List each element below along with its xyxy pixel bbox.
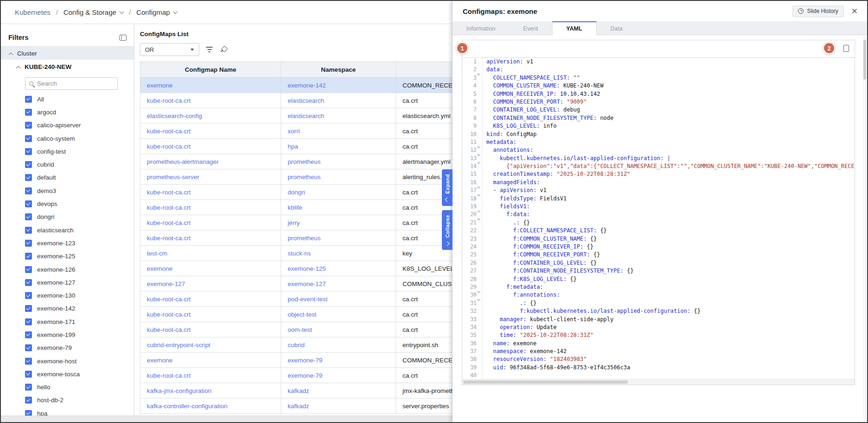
- namespace-link[interactable]: oom-test: [288, 326, 312, 333]
- table-row[interactable]: prometheus-alertmanagerprometheusalertma…: [140, 154, 464, 169]
- checkbox-checked-icon[interactable]: [25, 96, 32, 103]
- namespace-checkbox-item[interactable]: exemone-79: [25, 342, 134, 355]
- configmap-name-link[interactable]: kube-root-ca.crt: [147, 235, 191, 242]
- configmap-name-link[interactable]: kafka-jmx-configuration: [147, 387, 212, 394]
- namespace-checkbox-item[interactable]: cubrid: [25, 158, 134, 171]
- namespace-checkbox-item[interactable]: config-test: [25, 145, 134, 158]
- configmap-name-link[interactable]: kube-root-ca.crt: [147, 143, 191, 150]
- namespace-checkbox-item[interactable]: exemone-123: [25, 236, 134, 249]
- configmap-name-link[interactable]: kube-root-ca.crt: [147, 311, 191, 318]
- scrollbar-thumb[interactable]: [463, 380, 628, 384]
- namespace-link[interactable]: pod-event-test: [288, 296, 327, 303]
- checkbox-checked-icon[interactable]: [25, 187, 32, 194]
- configmap-name-link[interactable]: kube-root-ca.crt: [147, 372, 191, 379]
- namespace-checkbox-item[interactable]: exemone-126: [25, 263, 134, 276]
- checkbox-checked-icon[interactable]: [25, 331, 32, 338]
- checkbox-checked-icon[interactable]: [25, 161, 32, 168]
- namespace-link[interactable]: hpa: [288, 143, 298, 150]
- checkbox-checked-icon[interactable]: [25, 266, 32, 273]
- namespace-checkbox-item[interactable]: host-db-2: [25, 394, 134, 407]
- namespace-checkbox-item[interactable]: exemone-125: [25, 250, 134, 263]
- namespace-link[interactable]: exemone-79: [288, 357, 322, 364]
- copy-icon[interactable]: [843, 45, 849, 52]
- table-row[interactable]: kube-root-ca.crtdongrica.crt: [140, 185, 464, 200]
- configmap-name-link[interactable]: kube-root-ca.crt: [147, 204, 191, 211]
- table-row[interactable]: cubrid-entrypoint-scriptcubridentrypoint…: [140, 337, 464, 353]
- namespace-link[interactable]: jerry: [288, 219, 300, 226]
- namespace-checkbox-item[interactable]: exemone-tosca: [25, 367, 134, 380]
- namespace-link[interactable]: kblife: [288, 204, 302, 211]
- namespace-checkbox-item[interactable]: exemone-142: [25, 302, 134, 315]
- namespace-checkbox-item[interactable]: exemone-127: [25, 276, 134, 289]
- checkbox-checked-icon[interactable]: [25, 371, 32, 378]
- breadcrumb-configmap[interactable]: Configmap: [136, 8, 177, 16]
- table-row[interactable]: exemoneexemone-79COMMON_RECEIVE: [140, 353, 464, 368]
- yaml-horizontal-scrollbar[interactable]: [462, 379, 855, 385]
- configmap-name-link[interactable]: kube-root-ca.crt: [147, 97, 191, 104]
- checkbox-checked-icon[interactable]: [25, 279, 32, 286]
- configmap-name-link[interactable]: elasticsearch-config: [147, 112, 202, 119]
- checkbox-checked-icon[interactable]: [25, 135, 32, 142]
- configmap-name-link[interactable]: exemone: [147, 82, 173, 89]
- namespace-link[interactable]: exemone-79: [288, 372, 322, 379]
- tab-yaml[interactable]: YAML: [552, 21, 597, 35]
- configmap-name-link[interactable]: kube-root-ca.crt: [147, 219, 191, 226]
- horizontal-scrollbar[interactable]: [1, 416, 452, 422]
- table-row[interactable]: kube-root-ca.crtprometheusca.crt: [140, 230, 464, 246]
- configmap-name-link[interactable]: exemone-127: [147, 280, 185, 287]
- namespace-link[interactable]: object-test: [288, 311, 316, 318]
- tab-data[interactable]: Data: [597, 21, 636, 35]
- pin-icon[interactable]: [218, 44, 229, 55]
- expand-button[interactable]: Expand: [442, 169, 453, 206]
- namespace-checkbox-item[interactable]: elasticsearch: [25, 224, 134, 236]
- table-row[interactable]: kafka-controller-configurationkafkadzser…: [140, 398, 464, 414]
- scrollbar-thumb[interactable]: [863, 40, 866, 80]
- table-row[interactable]: exemone-127exemone-127COMMON_CLUSTER: [140, 276, 464, 292]
- namespace-link[interactable]: kafkadz: [288, 403, 309, 410]
- configmap-name-link[interactable]: prometheus-alertmanager: [147, 158, 219, 165]
- table-row[interactable]: elasticsearch-configelasticsearchelastic…: [140, 108, 464, 124]
- checkbox-checked-icon[interactable]: [25, 109, 32, 116]
- configmap-name-link[interactable]: kafka-controller-configuration: [147, 403, 227, 410]
- namespace-checkbox-item[interactable]: argocd: [25, 106, 134, 118]
- checkbox-checked-icon[interactable]: [25, 148, 32, 155]
- namespace-checkbox-item[interactable]: calico-apiserver: [25, 119, 134, 132]
- checkbox-checked-icon[interactable]: [25, 318, 32, 325]
- namespace-checkbox-item[interactable]: exemone-171: [25, 315, 134, 328]
- table-row[interactable]: kafka-jmx-configurationkafkadzjmx-kafka-…: [140, 383, 464, 398]
- checkbox-checked-icon[interactable]: [25, 227, 32, 234]
- namespace-link[interactable]: exemone-125: [288, 265, 326, 272]
- namespace-checkbox-item[interactable]: exemone-199: [25, 328, 134, 341]
- cluster-node-row[interactable]: KUBE-240-NEW: [1, 60, 134, 74]
- table-row[interactable]: kube-root-ca.crtkblifeca.crt: [140, 200, 464, 215]
- checkbox-checked-icon[interactable]: [25, 174, 32, 181]
- operator-select[interactable]: OR: [140, 43, 199, 56]
- checkbox-checked-icon[interactable]: [25, 122, 32, 129]
- table-row[interactable]: kube-root-ca.crthpaca.crt: [140, 139, 464, 154]
- namespace-checkbox-item[interactable]: exemone-130: [25, 289, 134, 302]
- checkbox-checked-icon[interactable]: [25, 213, 32, 220]
- table-row[interactable]: kube-root-ca.crtxorrlca.crt: [140, 124, 464, 139]
- namespace-link[interactable]: stuck-ns: [288, 250, 311, 257]
- breadcrumb-config-storage[interactable]: Config & Storage: [63, 8, 123, 16]
- configmap-name-link[interactable]: cubrid-entrypoint-script: [147, 342, 210, 348]
- namespace-link[interactable]: kafkadz: [288, 387, 309, 394]
- namespace-checkbox-item[interactable]: dongri: [25, 211, 134, 224]
- checkbox-checked-icon[interactable]: [25, 384, 32, 391]
- namespace-checkbox-item[interactable]: default: [25, 171, 134, 184]
- collapse-button[interactable]: Collapse: [442, 210, 453, 250]
- checkbox-checked-icon[interactable]: [25, 253, 32, 260]
- table-row[interactable]: kube-root-ca.crtjerryca.crt: [140, 215, 464, 230]
- table-row[interactable]: kube-root-ca.crtexemone-79ca.crt: [140, 368, 464, 383]
- namespace-link[interactable]: elasticsearch: [288, 97, 324, 104]
- namespace-link[interactable]: prometheus: [288, 158, 321, 165]
- namespace-link[interactable]: cubrid: [288, 342, 305, 348]
- table-row[interactable]: test-cmstuck-nskey: [140, 246, 464, 261]
- namespace-link[interactable]: elasticsearch: [288, 112, 324, 119]
- table-row[interactable]: kube-root-ca.crtobject-testca.crt: [140, 307, 464, 322]
- breadcrumb-kubernetes[interactable]: Kubernetes: [15, 8, 50, 16]
- checkbox-checked-icon[interactable]: [25, 292, 32, 299]
- yaml-code-area[interactable]: 1apiVersion: v12data:3 COLLECT_NAMESPACE…: [462, 58, 855, 380]
- configmap-name-link[interactable]: kube-root-ca.crt: [147, 189, 191, 196]
- cluster-group-row[interactable]: Cluster: [1, 47, 134, 60]
